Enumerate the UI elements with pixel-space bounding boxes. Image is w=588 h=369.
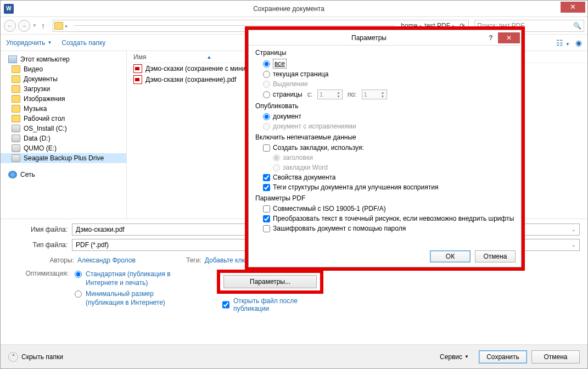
optimize-label: Оптимизация: [8,270,72,312]
tags-label: Теги: [158,256,201,264]
open-after-checkbox[interactable]: Открыть файл после публикации [220,297,580,312]
sidebar-item-seagate[interactable]: Seagate Backup Plus Drive [1,153,126,163]
optimize-minimum-radio[interactable]: Минимальный размер (публикация в Интерне… [72,289,179,307]
filename-label: Имя файла: [8,226,72,233]
pdf-icon [133,64,142,73]
window-close-button[interactable]: ✕ [561,2,585,13]
pages-current-radio[interactable]: текущая страница [255,69,514,79]
iso-checkbox[interactable]: Совместимый с ISO 19005-1 (PDF/A) [255,204,514,214]
authors-label: Авторы: [30,256,74,264]
dialog-footer: ˄Скрыть папки Сервис▼ Сохранить Отмена [1,344,587,368]
headings-radio: заголовки [255,153,514,163]
cancel-button[interactable]: Отмена [531,350,580,364]
sidebar-this-pc[interactable]: Этот компьютер [1,54,126,64]
window-title: Сохранение документа [17,5,561,13]
nav-back-button[interactable]: ← [4,20,16,32]
parameters-dialog-highlight: Параметры ? ✕ Страницы все текущая стран… [245,26,525,271]
hide-folders-button[interactable]: ˄Скрыть папки [8,352,63,362]
filetype-label: Тип файла: [8,241,72,249]
word-bookmarks-radio: закладки Word [255,163,514,172]
sidebar-item-drive-c[interactable]: OS_Install (C:) [1,124,126,133]
pages-to-input[interactable]: 1▲▼ [362,90,387,99]
sidebar: Этот компьютер Видео Документы Загрузки … [1,51,127,219]
sidebar-item-desktop[interactable]: Рабочий стол [1,114,126,124]
bitmap-checkbox[interactable]: Преобразовать текст в точечный рисунок, … [255,214,514,223]
sidebar-item-drive-d[interactable]: Data (D:) [1,133,126,143]
pages-all-radio[interactable]: все [255,58,514,69]
sidebar-item-videos[interactable]: Видео [1,64,126,74]
sidebar-item-pictures[interactable]: Изображения [1,94,126,104]
parameters-button[interactable]: Параметры... [223,275,317,288]
new-folder-button[interactable]: Создать папку [61,39,105,47]
parameters-button-highlight: Параметры... [217,270,323,294]
pages-group-label: Страницы [255,49,514,57]
save-button[interactable]: Сохранить [479,350,527,364]
search-icon: 🔍 [573,22,581,30]
create-bookmarks-checkbox[interactable]: Создать закладки, используя: [255,143,514,153]
sidebar-item-music[interactable]: Музыка [1,104,126,114]
authors-value[interactable]: Александр Фролов [77,256,136,264]
pdf-icon [133,75,142,84]
sidebar-network[interactable]: Сеть [1,170,126,180]
structure-tags-checkbox[interactable]: Теги структуры документа для улучшения в… [255,182,514,192]
sidebar-item-downloads[interactable]: Загрузки [1,84,126,94]
modal-cancel-button[interactable]: Отмена [475,250,516,262]
sidebar-item-documents[interactable]: Документы [1,74,126,84]
nonprint-group-label: Включить непечатаемые данные [255,133,514,141]
help-button[interactable]: ◉ [575,38,582,47]
optimize-standard-radio[interactable]: Стандартная (публикация в Интернете и пе… [72,270,179,287]
pages-range-radio[interactable] [263,91,270,98]
doc-properties-checkbox[interactable]: Свойства документа [255,172,514,182]
folder-icon [54,22,63,30]
pdf-group-label: Параметры PDF [255,194,514,202]
pages-selection-radio: Выделение [255,79,514,89]
nav-history-dropdown[interactable]: ▼ [32,23,37,28]
organize-button[interactable]: Упорядочить▼ [6,39,52,47]
pages-from-input[interactable]: 1▲▼ [317,90,343,99]
nav-up-button[interactable]: ↑ [39,21,47,30]
titlebar: W Сохранение документа ✕ [1,1,587,17]
app-icon: W [1,4,17,14]
pages-range-label: страницы [273,90,303,99]
modal-title: Параметры [254,34,484,42]
publish-group-label: Опубликовать [255,102,514,110]
modal-titlebar: Параметры ? ✕ [249,30,521,46]
modal-close-button[interactable]: ✕ [498,32,520,43]
encrypt-checkbox[interactable]: Зашифровать документ с помощью пароля [255,223,514,233]
view-mode-button[interactable]: ☷ ▼ [556,38,570,47]
tools-menu[interactable]: Сервис▼ [440,353,469,361]
parameters-dialog: Параметры ? ✕ Страницы все текущая стран… [248,30,522,267]
sidebar-item-drive-e[interactable]: QUMO (E:) [1,143,126,153]
save-dialog-window: W Сохранение документа ✕ ← → ▼ ↑ ▸ home … [0,0,588,369]
publish-document-radio[interactable]: документ [255,111,514,121]
pages-range-row: страницы с: 1▲▼ по: 1▲▼ [255,89,514,100]
modal-help-button[interactable]: ? [484,34,498,42]
nav-forward-button[interactable]: → [18,20,30,32]
publish-markup-radio: документ с исправлениями [255,121,514,131]
modal-ok-button[interactable]: ОК [430,250,471,262]
